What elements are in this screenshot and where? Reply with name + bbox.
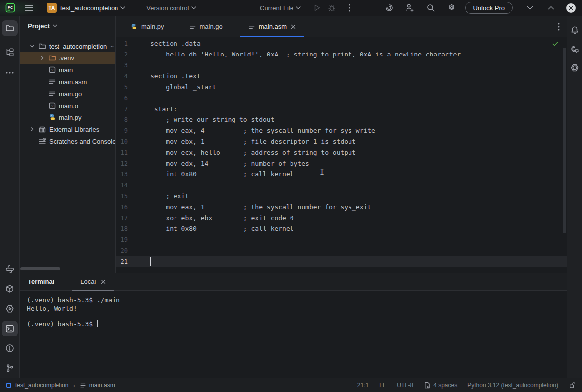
notifications-bell-icon[interactable] xyxy=(567,22,582,38)
code-line-6[interactable]: 6 xyxy=(116,93,567,104)
code-line-3[interactable]: 3 xyxy=(116,60,567,71)
code-line-9[interactable]: 9 mov eax, 4 ; the syscall number for sy… xyxy=(116,125,567,136)
kebab-menu-icon[interactable] xyxy=(349,4,350,12)
code-line-16[interactable]: 16 mov eax, 1 ; the syscall number for s… xyxy=(116,202,567,213)
tab-label: main.py xyxy=(141,23,164,30)
tree-item-main-o[interactable]: ?main.o xyxy=(20,100,115,112)
code-line-1[interactable]: 1section .data xyxy=(116,38,567,49)
ai-assistant-chat-icon[interactable] xyxy=(567,41,582,57)
run-button[interactable] xyxy=(313,4,321,12)
vertical-scrollbar[interactable] xyxy=(563,48,566,233)
caret-position-widget[interactable]: 21:1 xyxy=(357,382,369,389)
terminal-header: Terminal Local xyxy=(20,273,567,291)
code-line-4[interactable]: 4section .text xyxy=(116,71,567,82)
code-line-10[interactable]: 10 mov ebx, 1 ; file descriptor 1 is std… xyxy=(116,136,567,147)
tree-item-main-py[interactable]: main.py xyxy=(20,112,115,123)
window-chevron-down-icon[interactable] xyxy=(527,6,533,10)
search-icon[interactable] xyxy=(426,3,435,12)
scratches-icon xyxy=(38,137,46,145)
terminal-prompt-line[interactable]: (.venv) bash-5.3$ xyxy=(27,320,567,328)
tab-close-icon[interactable] xyxy=(101,280,106,284)
tree-item-main-go[interactable]: main.go xyxy=(20,88,115,100)
code-text: mov ecx, hello ; address of string to ou… xyxy=(150,147,356,158)
code-line-14[interactable]: 14 xyxy=(116,180,567,191)
code-line-5[interactable]: 5 global _start xyxy=(116,82,567,93)
horizontal-scrollbar[interactable] xyxy=(20,267,60,270)
tab-main-asm[interactable]: main.asm xyxy=(240,16,304,37)
indent-widget[interactable]: 4 spaces xyxy=(424,382,457,389)
code-line-13[interactable]: 13 int 0x80 ; call kernel xyxy=(116,169,567,180)
window-chevron-up-icon[interactable] xyxy=(548,6,554,10)
code-text: hello db 'Hello, World!', 0xA ; string t… xyxy=(150,49,461,60)
code-line-17[interactable]: 17 xor ebx, ebx ; exit code 0 xyxy=(116,213,567,224)
line-number: 20 xyxy=(116,245,128,256)
services-tool-icon[interactable] xyxy=(2,301,18,317)
terminal-tab-label: Local xyxy=(80,278,96,285)
chevron-down-icon[interactable] xyxy=(28,42,36,50)
breadcrumb-file[interactable]: main.asm xyxy=(89,382,115,389)
line-number: 2 xyxy=(116,49,128,60)
code-editor[interactable]: 1section .data2 hello db 'Hello, World!'… xyxy=(116,37,567,273)
chevron-right-icon[interactable] xyxy=(28,125,36,133)
debug-button[interactable] xyxy=(328,4,336,12)
code-line-11[interactable]: 11 mov ecx, hello ; address of string to… xyxy=(116,147,567,158)
project-tool-icon[interactable] xyxy=(2,20,18,36)
terminal-prompt-text: (.venv) bash-5.3$ xyxy=(27,320,97,328)
structure-tool-icon[interactable] xyxy=(2,44,18,60)
code-line-7[interactable]: 7_start: xyxy=(116,104,567,114)
interpreter-widget[interactable]: Python 3.12 (test_autocompletion) xyxy=(467,382,558,389)
line-number: 21 xyxy=(116,256,128,267)
code-line-21[interactable]: 21 xyxy=(116,256,567,267)
tab-close-icon[interactable] xyxy=(291,24,296,29)
hexagon-plugin-icon[interactable] xyxy=(567,60,582,76)
line-ending-widget[interactable]: LF xyxy=(379,382,386,389)
python-packages-tool-icon[interactable] xyxy=(2,281,18,297)
file-text-icon xyxy=(48,90,56,98)
vcs-widget[interactable]: Version control xyxy=(146,4,189,12)
main-menu-icon[interactable] xyxy=(25,4,34,11)
add-user-icon[interactable] xyxy=(406,3,414,12)
terminal-tab-local[interactable]: Local xyxy=(72,273,114,291)
python-console-tool-icon[interactable] xyxy=(2,261,18,277)
chevron-down-icon xyxy=(120,6,125,9)
breadcrumb-project[interactable]: test_autocompletion xyxy=(15,382,68,389)
code-line-2[interactable]: 2 hello db 'Hello, World!', 0xA ; string… xyxy=(116,49,567,60)
tab-main-go[interactable]: main.go xyxy=(181,16,231,37)
tree-item--venv[interactable]: .venv xyxy=(20,52,115,64)
inspection-ok-icon[interactable] xyxy=(552,40,559,47)
tree-item-main[interactable]: ?main xyxy=(20,64,115,76)
window-close-icon[interactable] xyxy=(566,3,576,13)
tab-options-kebab-icon[interactable] xyxy=(558,23,560,31)
chevron-right-icon[interactable] xyxy=(38,54,46,62)
project-selector[interactable]: test_autocompletion xyxy=(60,4,118,12)
project-avatar[interactable]: TA xyxy=(47,3,57,13)
code-line-15[interactable]: 15 ; exit xyxy=(116,191,567,202)
lock-open-icon[interactable] xyxy=(569,382,576,389)
tree-item-main-asm[interactable]: main.asm xyxy=(20,76,115,88)
problems-tool-icon[interactable] xyxy=(2,340,18,356)
chevron-down-icon xyxy=(53,24,57,27)
folder-icon xyxy=(38,42,46,50)
encoding-widget[interactable]: UTF-8 xyxy=(397,382,413,389)
tab-main-py[interactable]: main.py xyxy=(122,16,173,37)
version-control-tool-icon[interactable] xyxy=(2,360,18,376)
tree-item-scratches-and-consoles[interactable]: Scratches and Consoles xyxy=(20,135,115,147)
chevron-spacer xyxy=(38,66,46,74)
tree-item-test-autocompletion[interactable]: test_autocompletion~ xyxy=(20,40,115,52)
project-panel-header[interactable]: Project xyxy=(20,16,115,35)
code-line-20[interactable]: 20 xyxy=(116,245,567,256)
code-line-18[interactable]: 18 int 0x80 ; call kernel xyxy=(116,224,567,234)
code-line-12[interactable]: 12 mov edx, 14 ; number of bytes xyxy=(116,158,567,169)
unlock-pro-button[interactable]: Unlock Pro xyxy=(465,2,513,14)
ai-assistant-icon[interactable] xyxy=(385,3,394,12)
more-tool-windows-icon[interactable] xyxy=(2,65,18,81)
terminal-tool-icon[interactable] xyxy=(2,321,18,336)
terminal-output[interactable]: (.venv) bash-5.3$ ./mainHello, World!(.v… xyxy=(20,291,567,328)
tree-item-path-hint: ~ xyxy=(110,43,114,50)
code-line-19[interactable]: 19 xyxy=(116,234,567,245)
tree-item-external-libraries[interactable]: External Libraries xyxy=(20,123,115,135)
tree-item-label: test_autocompletion xyxy=(49,43,107,50)
code-line-8[interactable]: 8 ; write our string to stdout xyxy=(116,114,567,125)
run-configuration-selector[interactable]: Current File xyxy=(260,4,293,12)
settings-gear-icon[interactable] xyxy=(447,3,456,12)
